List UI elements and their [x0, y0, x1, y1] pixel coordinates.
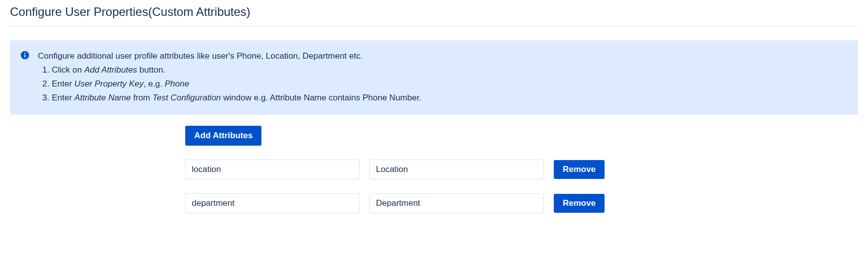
property-key-input[interactable] [185, 193, 360, 213]
info-steps-list: Click on Add Attributes button. Enter Us… [52, 63, 421, 105]
attribute-row: Remove [185, 160, 858, 179]
info-icon [20, 50, 30, 60]
info-intro: Configure additional user profile attrib… [38, 49, 421, 63]
add-attributes-button[interactable]: Add Attributes [185, 126, 261, 146]
info-step-3: Enter Attribute Name from Test Configura… [52, 91, 421, 105]
property-key-input[interactable] [185, 160, 360, 179]
attribute-row: Remove [185, 193, 858, 213]
info-step-2: Enter User Property Key, e.g. Phone [52, 77, 421, 91]
attribute-name-input[interactable] [370, 193, 544, 213]
remove-button[interactable]: Remove [554, 160, 605, 179]
svg-point-1 [24, 53, 26, 54]
attribute-name-input[interactable] [370, 160, 544, 179]
remove-button[interactable]: Remove [554, 194, 605, 213]
page-title: Configure User Properties(Custom Attribu… [10, 0, 858, 26]
svg-rect-2 [24, 55, 25, 58]
info-panel: Configure additional user profile attrib… [10, 40, 858, 115]
info-step-1: Click on Add Attributes button. [52, 63, 421, 77]
info-content: Configure additional user profile attrib… [38, 49, 421, 105]
attributes-form: Add Attributes Remove Remove [185, 126, 858, 213]
attribute-rows: Remove Remove [185, 160, 858, 213]
